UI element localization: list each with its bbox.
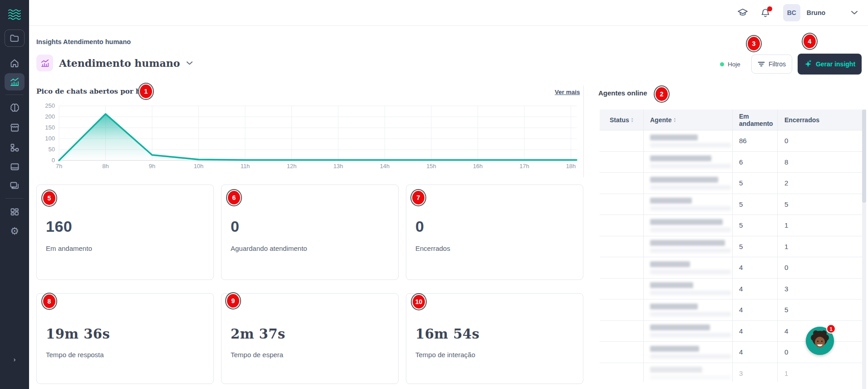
brand-logo-waves-icon[interactable]	[0, 6, 29, 22]
table-row[interactable]: 52	[600, 173, 862, 194]
agent-subtext-redacted	[650, 375, 731, 379]
encerrados-value: 1	[777, 369, 862, 377]
sidebar-expand-button[interactable]: ›	[0, 353, 29, 365]
encerrados-value: 2	[777, 179, 862, 187]
table-row[interactable]: 31	[600, 363, 862, 382]
user-menu-button[interactable]	[851, 10, 858, 15]
sidebar-item-store[interactable]	[0, 120, 29, 135]
filters-button[interactable]: Filtros	[751, 55, 792, 74]
svg-text:200: 200	[45, 113, 55, 120]
annotation-badge-6: 6	[227, 190, 241, 205]
insights-purple-icon	[36, 55, 53, 71]
stat-card-encerrados: 0Encerrados	[406, 185, 583, 280]
sidebar-item-desk[interactable]	[0, 159, 29, 175]
svg-text:14h: 14h	[380, 163, 390, 170]
em-andamento-value: 3	[732, 369, 777, 377]
svg-text:100: 100	[45, 135, 55, 142]
see-more-link[interactable]: Ver mais	[555, 89, 580, 95]
filters-button-label: Filtros	[769, 60, 786, 68]
sidebar-item-contents[interactable]	[0, 29, 29, 47]
table-row[interactable]: 68	[600, 152, 862, 173]
stat-label: Tempo de resposta	[46, 351, 204, 359]
encerrados-value: 5	[777, 200, 862, 208]
sidebar-item-home[interactable]	[0, 55, 29, 71]
agents-scrollbar-thumb[interactable]	[862, 110, 866, 203]
table-column-divider	[643, 110, 644, 382]
insights-chart-icon	[9, 77, 20, 87]
stat-value: 2m 37s	[231, 326, 389, 342]
sidebar-item-ai[interactable]	[0, 100, 29, 115]
agent-name-redacted	[650, 346, 699, 352]
encerrados-value: 8	[777, 158, 862, 166]
title-dropdown-chevron-icon[interactable]	[186, 61, 193, 65]
sidebar-item-insights[interactable]	[0, 73, 29, 91]
svg-text:15h: 15h	[426, 163, 436, 170]
agent-subtext-redacted	[650, 143, 731, 147]
column-header-encerrados[interactable]: Encerrados	[777, 116, 862, 124]
em-andamento-value: 4	[732, 306, 777, 314]
gear-icon: ⚙	[10, 226, 19, 236]
svg-text:17h: 17h	[519, 163, 529, 170]
sidebar-item-apps[interactable]	[0, 204, 29, 220]
annotation-badge-10: 10	[412, 294, 426, 309]
stat-label: Encerrados	[415, 244, 574, 252]
table-row[interactable]: 40	[600, 257, 862, 279]
stat-label: Tempo de interação	[415, 351, 574, 359]
annotation-badge-3: 3	[747, 36, 761, 51]
table-row[interactable]: 51	[600, 236, 862, 258]
encerrados-value: 0	[777, 264, 862, 271]
agent-subtext-redacted	[650, 312, 731, 316]
svg-text:12h: 12h	[287, 163, 297, 170]
chart-title: Pico de chats abertos por hora	[36, 87, 153, 95]
column-header-agente[interactable]: Agente ▴▾	[643, 116, 732, 124]
agent-name-redacted	[650, 367, 702, 373]
agent-name-redacted	[650, 155, 711, 161]
stat-label: Tempo de espera	[231, 351, 389, 359]
table-row[interactable]: 51	[600, 215, 862, 236]
table-column-divider	[777, 110, 778, 382]
table-row[interactable]: 860	[600, 130, 862, 152]
em-andamento-value: 5	[732, 200, 777, 208]
table-row[interactable]: 43	[600, 279, 862, 300]
agent-name-redacted	[650, 240, 725, 246]
column-header-em-andamento[interactable]: Em andamento	[732, 113, 777, 127]
sidebar-item-chats[interactable]	[0, 178, 29, 194]
svg-text:150: 150	[45, 124, 55, 131]
table-row[interactable]: 55	[600, 194, 862, 215]
agent-subtext-redacted	[650, 164, 731, 168]
stat-value: 16m 54s	[415, 326, 574, 342]
svg-text:8h: 8h	[102, 163, 108, 170]
chevron-right-icon: ›	[14, 355, 16, 363]
annotation-badge-1: 1	[139, 84, 153, 99]
agent-subtext-redacted	[650, 333, 731, 337]
storefront-icon	[10, 123, 20, 133]
agent-subtext-redacted	[650, 185, 731, 190]
period-label: Hoje	[728, 61, 740, 68]
support-chat-widget[interactable]: 1	[806, 327, 834, 355]
page-title: Atendimento humano	[59, 57, 180, 69]
stat-card-em-andamento: 160Em andamento	[36, 185, 214, 280]
window-icon	[10, 162, 20, 172]
app-root: ⚙ › BC Bruno In	[0, 0, 868, 389]
svg-text:7h: 7h	[56, 163, 62, 170]
sidebar-item-flows[interactable]	[0, 140, 29, 155]
agent-subtext-redacted	[650, 249, 731, 253]
annotation-badge-7: 7	[411, 190, 425, 205]
generate-insight-button[interactable]: Gerar insight	[798, 54, 862, 75]
svg-text:11h: 11h	[241, 163, 250, 170]
svg-text:18h: 18h	[566, 163, 576, 170]
em-andamento-value: 86	[732, 137, 777, 145]
table-row[interactable]: 45	[600, 299, 862, 321]
sidebar: ⚙ ›	[0, 0, 29, 389]
svg-text:13h: 13h	[333, 163, 343, 170]
avatar[interactable]: BC	[783, 4, 800, 21]
generate-insight-label: Gerar insight	[816, 60, 855, 68]
annotation-badge-9: 9	[226, 293, 240, 309]
agent-subtext-redacted	[650, 206, 731, 210]
em-andamento-value: 5	[732, 243, 777, 250]
academy-button[interactable]	[737, 8, 749, 18]
svg-text:0: 0	[52, 157, 55, 164]
column-header-status[interactable]: Status ▴▾	[600, 116, 643, 124]
notifications-button[interactable]	[760, 8, 770, 18]
sidebar-item-settings[interactable]: ⚙	[0, 224, 29, 239]
